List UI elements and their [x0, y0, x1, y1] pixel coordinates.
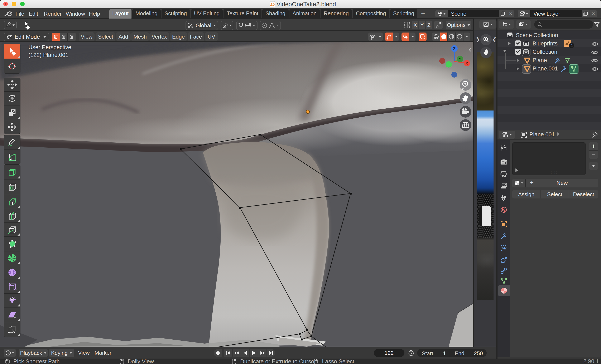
svg-text:X: X	[465, 61, 468, 66]
svg-text:Z: Z	[453, 46, 456, 51]
svg-text:Y: Y	[459, 57, 461, 61]
